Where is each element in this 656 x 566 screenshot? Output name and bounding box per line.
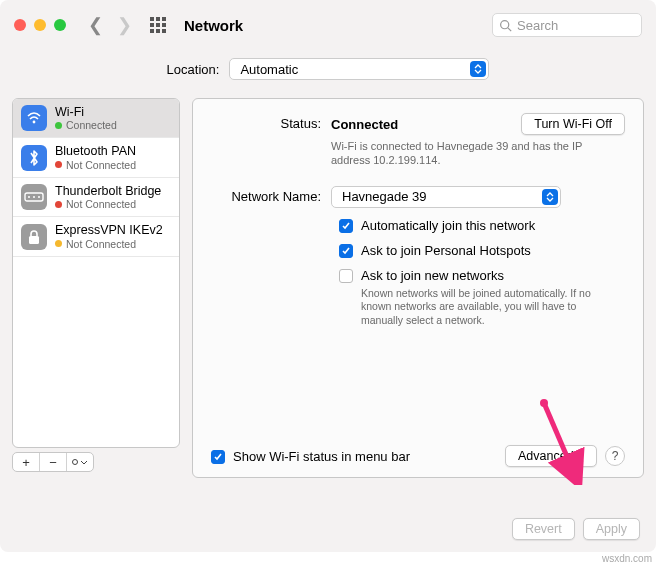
sidebar-item-label: Wi-Fi <box>55 105 117 119</box>
action-menu-button[interactable] <box>67 453 93 471</box>
chevron-updown-icon <box>542 189 558 205</box>
watermark: wsxdn.com <box>602 553 652 564</box>
sidebar-item-status: Not Connected <box>55 198 161 210</box>
action-menu-icon <box>71 457 89 467</box>
sidebar-item-wi-fi[interactable]: Wi-FiConnected <box>13 99 179 138</box>
remove-button[interactable]: − <box>40 453 67 471</box>
sidebar-item-status: Not Connected <box>55 159 136 171</box>
advanced-button[interactable]: Advanced... <box>505 445 597 467</box>
svg-point-2 <box>33 121 36 124</box>
svg-point-5 <box>33 196 35 198</box>
search-placeholder: Search <box>517 18 558 33</box>
status-value: Connected <box>331 117 398 132</box>
ask-new-help: Known networks will be joined automatica… <box>361 287 611 328</box>
svg-point-6 <box>38 196 40 198</box>
traffic-lights <box>14 19 66 31</box>
search-input[interactable]: Search <box>492 13 642 37</box>
turn-wifi-off-button[interactable]: Turn Wi-Fi Off <box>521 113 625 135</box>
nav-arrows: ❮ ❯ <box>88 14 132 36</box>
status-dot-icon <box>55 240 62 247</box>
status-description: Wi-Fi is connected to Havnegade 39 and h… <box>331 139 591 168</box>
network-name-popup[interactable]: Havnegade 39 <box>331 186 561 208</box>
ask-new-checkbox[interactable] <box>339 269 353 283</box>
location-label: Location: <box>167 62 220 77</box>
close-icon[interactable] <box>14 19 26 31</box>
minimize-icon[interactable] <box>34 19 46 31</box>
apply-button[interactable]: Apply <box>583 518 640 540</box>
location-popup[interactable]: Automatic <box>229 58 489 80</box>
add-button[interactable]: + <box>13 453 40 471</box>
auto-join-checkbox[interactable] <box>339 219 353 233</box>
network-name-value: Havnegade 39 <box>342 189 427 204</box>
wifi-icon <box>21 105 47 131</box>
forward-button: ❯ <box>117 14 132 36</box>
list-controls: + − <box>12 452 94 472</box>
window-toolbar: ❮ ❯ Network Search <box>0 0 656 50</box>
sidebar-item-status: Not Connected <box>55 238 163 250</box>
sidebar-item-label: Thunderbolt Bridge <box>55 184 161 198</box>
zoom-icon[interactable] <box>54 19 66 31</box>
sidebar-item-thunderbolt-bridge[interactable]: Thunderbolt BridgeNot Connected <box>13 178 179 217</box>
svg-rect-7 <box>29 236 39 244</box>
interface-list: Wi-FiConnectedBluetooth PANNot Connected… <box>12 98 180 448</box>
show-menu-label: Show Wi-Fi status in menu bar <box>233 449 410 464</box>
help-button[interactable]: ? <box>605 446 625 466</box>
network-name-label: Network Name: <box>211 186 321 204</box>
status-dot-icon <box>55 122 62 129</box>
chevron-updown-icon <box>470 61 486 77</box>
sidebar-item-label: Bluetooth PAN <box>55 144 136 158</box>
revert-button[interactable]: Revert <box>512 518 575 540</box>
ask-new-label: Ask to join new networks <box>361 268 504 283</box>
svg-point-8 <box>73 460 78 465</box>
sidebar-item-expressvpn-ikev2[interactable]: ExpressVPN IKEv2Not Connected <box>13 217 179 256</box>
back-button[interactable]: ❮ <box>88 14 103 36</box>
bt-icon <box>21 145 47 171</box>
bottom-bar: Revert Apply <box>512 518 640 540</box>
ask-hotspot-checkbox[interactable] <box>339 244 353 258</box>
show-all-icon[interactable] <box>150 17 166 33</box>
detail-panel: Status: Connected Turn Wi-Fi Off Wi-Fi i… <box>192 98 644 478</box>
svg-point-0 <box>501 20 509 28</box>
svg-line-1 <box>508 27 511 30</box>
status-label: Status: <box>211 113 321 131</box>
show-menu-checkbox[interactable] <box>211 450 225 464</box>
location-value: Automatic <box>240 62 298 77</box>
status-dot-icon <box>55 201 62 208</box>
search-icon <box>499 19 512 32</box>
ask-hotspot-label: Ask to join Personal Hotspots <box>361 243 531 258</box>
svg-point-4 <box>28 196 30 198</box>
sidebar-item-status: Connected <box>55 119 117 131</box>
sidebar-item-label: ExpressVPN IKEv2 <box>55 223 163 237</box>
window-title: Network <box>184 17 243 34</box>
sidebar-item-bluetooth-pan[interactable]: Bluetooth PANNot Connected <box>13 138 179 177</box>
status-dot-icon <box>55 161 62 168</box>
tb-icon <box>21 184 47 210</box>
auto-join-label: Automatically join this network <box>361 218 535 233</box>
vpn-icon <box>21 224 47 250</box>
sidebar: Wi-FiConnectedBluetooth PANNot Connected… <box>12 98 180 478</box>
